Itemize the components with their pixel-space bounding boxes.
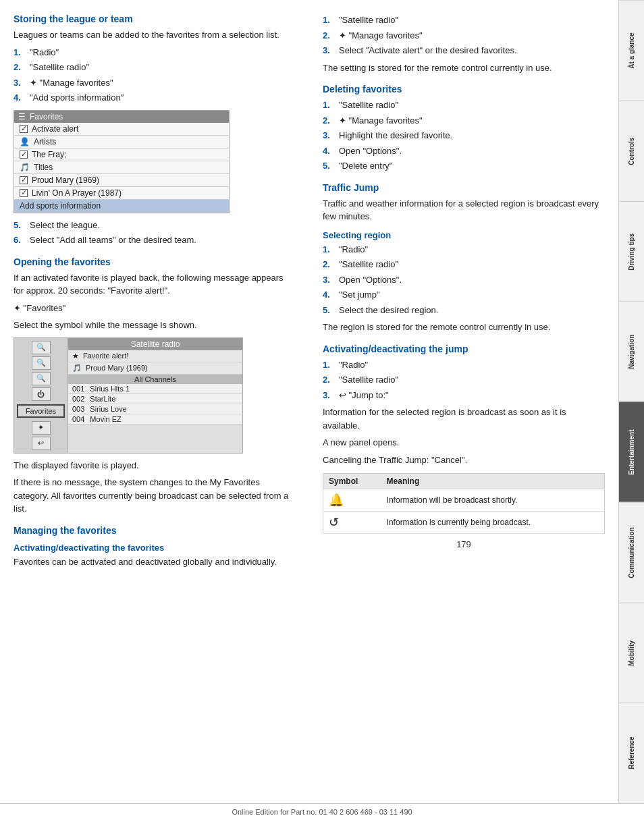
section-storing-title: Storing the league or team — [14, 13, 296, 24]
sidebar-tab-mobility[interactable]: Mobility — [619, 603, 644, 703]
meaning-cell-2: Information is currently being broadcast… — [381, 512, 605, 534]
ui-title-bar: ☰ Favorites — [14, 111, 229, 123]
section-deleting-title: Deleting favorites — [323, 84, 605, 94]
list-item: 3. Highlight the desired favorite. — [323, 129, 605, 142]
opening-symbol-line: ✦ "Favorites" — [14, 302, 296, 315]
jump-to-icon: ↩ — [339, 390, 346, 400]
ui-row-activate: Activate alert — [14, 123, 229, 136]
star-icon-2: ✦ — [32, 421, 51, 435]
list-item: 1. "Satellite radio" — [323, 13, 605, 27]
list-item: 2. "Satellite radio" — [323, 373, 605, 387]
meaning-col-header: Meaning — [381, 474, 605, 489]
sidebar-tab-entertainment[interactable]: Entertainment — [619, 402, 644, 502]
search-icon-1: 🔍 — [32, 341, 51, 354]
symbol-cell-1: 🔔 — [323, 489, 381, 512]
channel-003: 003 Sirius Love — [68, 404, 242, 414]
star-alert-icon: ★ — [72, 352, 79, 360]
sidebar-tab-communication[interactable]: Communication — [619, 502, 644, 603]
selecting-steps: 1. "Radio" 2. "Satellite radio" 3. Open … — [323, 243, 605, 317]
jump-desc1: Information for the selected region is b… — [323, 406, 605, 432]
list-item: 5. "Delete entry" — [323, 159, 605, 173]
list-item: 5. Select the desired region. — [323, 304, 605, 317]
page-number: 179 — [323, 539, 605, 549]
star-manage-icon: ✦ — [30, 78, 37, 88]
search-icon-3: 🔍 — [32, 372, 51, 385]
satellite-radio-title: Satellite radio — [68, 338, 242, 350]
channel-002: 002 StarLite — [68, 394, 242, 404]
right-top-note: The setting is stored for the remote con… — [323, 61, 605, 75]
symbol-col-header: Symbol — [323, 474, 381, 489]
list-item: 4. "Add sports information" — [14, 91, 296, 105]
page-footer: Online Edition for Part no. 01 40 2 606 … — [0, 803, 644, 820]
section-storing-intro: Leagues or teams can be added to the fav… — [14, 28, 296, 42]
opening-desc: Select the symbol while the message is s… — [14, 319, 296, 332]
subsection-activating-title: Activating/deactivating the favorites — [14, 543, 296, 553]
right-column: 1. "Satellite radio" 2. ✦ "Manage favori… — [316, 13, 605, 790]
jump-desc3: Canceling the Traffic Jump: "Cancel". — [323, 454, 605, 467]
checkbox-fray — [20, 151, 28, 159]
jump-desc2: A new panel opens. — [323, 436, 605, 449]
traffic-desc: Traffic and weather information for a se… — [323, 197, 605, 223]
jump-steps: 1. "Radio" 2. "Satellite radio" 3. ↩ "Ju… — [323, 358, 605, 402]
list-item: 4. "Set jump" — [323, 288, 605, 302]
channel-001: 001 Sirius Hits 1 — [68, 384, 242, 394]
section-jump-title: Activating/deactivating the jump — [323, 344, 605, 354]
list-item: 1. "Radio" — [323, 243, 605, 256]
storing-steps-after: 5. Select the league. 6. Select "Add all… — [14, 219, 296, 247]
list-item: 3. Open "Options". — [323, 273, 605, 287]
sidebar: At a glance Controls Driving tips Naviga… — [618, 0, 644, 803]
star-manage-icon-3: ✦ — [339, 115, 346, 126]
checkbox-proud-mary — [20, 176, 28, 184]
list-item: 3. Select "Activate alert" or the desire… — [323, 44, 605, 57]
sidebar-tab-navigation[interactable]: Navigation — [619, 301, 644, 402]
symbol-cell-2: ↺ — [323, 512, 381, 534]
section-opening-intro: If an activated favorite is played back,… — [14, 271, 296, 298]
ui-row-fray: The Fray; — [14, 148, 229, 161]
search-icon-2: 🔍 — [32, 356, 51, 370]
broadcast-soon-icon: 🔔 — [329, 493, 344, 507]
table-row: 🔔 Information will be broadcast shortly. — [323, 489, 605, 512]
after-ui-text-2: If there is no message, the system chang… — [14, 476, 296, 516]
favorites-title-icon: ☰ — [18, 112, 26, 121]
ui-row-add-sports: Add sports information — [14, 200, 229, 213]
person-icon: 👤 — [20, 137, 30, 146]
list-item: 2. ✦ "Manage favorites" — [323, 29, 605, 43]
right-top-steps: 1. "Satellite radio" 2. ✦ "Manage favori… — [323, 13, 605, 57]
ui-row-titles: 🎵 Titles — [14, 161, 229, 174]
power-icon: ⏻ — [32, 387, 51, 401]
jump-icon: ↩ — [32, 437, 51, 450]
favorites-ui-mockup: ☰ Favorites Activate alert 👤 Artists The… — [14, 110, 230, 213]
ui-title-text: Favorites — [30, 112, 63, 121]
alert-row-proud-mary: 🎵 Proud Mary (1969) — [68, 362, 242, 375]
deleting-steps: 1. "Satellite radio" 2. ✦ "Manage favori… — [323, 99, 605, 173]
checkbox-livin — [20, 189, 28, 197]
music-icon: 🎵 — [20, 163, 30, 172]
left-icons-panel: 🔍 🔍 🔍 ⏻ Favorites ✦ ↩ — [14, 338, 68, 453]
list-item: 2. "Satellite radio" — [323, 258, 605, 271]
storing-steps: 1. "Radio" 2. "Satellite radio" 3. ✦ "Ma… — [14, 46, 296, 105]
sidebar-tab-driving-tips[interactable]: Driving tips — [619, 201, 644, 302]
ui-row-proud-mary: Proud Mary (1969) — [14, 174, 229, 187]
satellite-radio-mockup: 🔍 🔍 🔍 ⏻ Favorites ✦ ↩ Satellite radio — [14, 337, 243, 454]
list-item: 1. "Satellite radio" — [323, 99, 605, 112]
right-channel-panel: Satellite radio ★ Favorite alert! 🎵 Prou… — [68, 338, 242, 453]
sidebar-tab-reference[interactable]: Reference — [619, 703, 644, 803]
list-item: 2. ✦ "Manage favorites" — [323, 114, 605, 128]
list-item: 5. Select the league. — [14, 219, 296, 232]
sidebar-tab-at-a-glance[interactable]: At a glance — [619, 0, 644, 101]
all-channels-label: All Channels — [68, 375, 242, 384]
section-managing-title: Managing the favorites — [14, 525, 296, 536]
checkbox-activate — [20, 125, 28, 133]
sidebar-tab-controls[interactable]: Controls — [619, 101, 644, 201]
list-item: 3. ✦ "Manage favorites" — [14, 76, 296, 90]
symbol-table: Symbol Meaning 🔔 Information will be bro… — [323, 473, 605, 534]
subsection-activating-desc: Favorites can be activated and deactivat… — [14, 555, 296, 569]
section-opening-title: Opening the favorites — [14, 256, 296, 267]
list-item: 4. Open "Options". — [323, 144, 605, 158]
star-manage-icon-2: ✦ — [339, 30, 346, 40]
list-item: 1. "Radio" — [323, 358, 605, 372]
list-item: 6. Select "Add all teams" or the desired… — [14, 234, 296, 247]
alert-row-favorite: ★ Favorite alert! — [68, 350, 242, 362]
after-ui-text-1: The displayed favorite is played. — [14, 459, 296, 472]
list-item: 2. "Satellite radio" — [14, 61, 296, 74]
